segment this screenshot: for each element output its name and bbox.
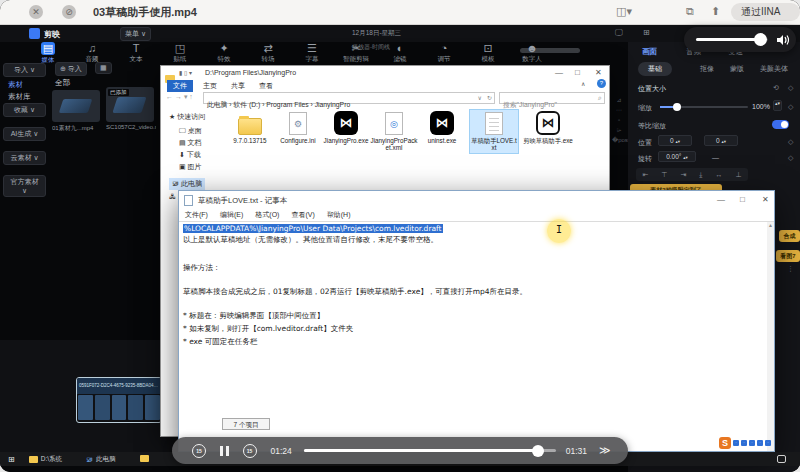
keyframe-icon[interactable]: ◇ (788, 103, 793, 111)
scale-slider-knob[interactable] (673, 103, 681, 111)
search-icon[interactable]: ⌕ (598, 94, 602, 102)
taskbar-item-folder[interactable]: D:\系统 (29, 455, 62, 464)
rail-item-favorites[interactable]: 收藏 ∨ (3, 103, 46, 117)
ribbon-view-tab[interactable]: 查看 (259, 81, 273, 91)
rail-item-ai[interactable]: AI生成 ∨ (3, 127, 46, 141)
keyframe-icon[interactable]: ◇ (788, 84, 793, 92)
rail-import-button[interactable]: 导入 ∨ (3, 63, 46, 77)
timeline-clip[interactable]: 0591F072-D2C4-4675-9235-8BDA04… (76, 377, 162, 423)
breadcrumb[interactable]: 此电脑 › 软件 (D:) › Program Files › Jianying… (207, 101, 350, 108)
panel-tab-picture[interactable]: 画面 (642, 47, 657, 57)
tab-avatar[interactable]: ☻数字人 (510, 42, 554, 65)
media-filter-all[interactable]: 全部 (55, 78, 70, 88)
search-box[interactable]: 搜索"JianyingPro" ⌕ (499, 92, 605, 104)
skip-forward-15-icon[interactable]: 15 (243, 444, 257, 458)
media-view-toggle[interactable]: ▦ (95, 62, 112, 74)
sidebar-this-pc[interactable]: 🖳 此电脑 (169, 178, 205, 190)
video-frame[interactable]: 剪映 菜单 ∨ 12月18日-星期三 播放器-时间线 🖵 ⊞ ▤媒体 ♫音频 T… (0, 25, 800, 472)
address-bar[interactable]: 此电脑 › 软件 (D:) › Program Files › Jianying… (203, 92, 495, 104)
rail-item-cloud[interactable]: 云素材 ∨ (3, 151, 46, 165)
sidebar-desktop[interactable]: 🖵 桌面 (179, 126, 202, 136)
subtab-beauty[interactable]: 美颜美体 (760, 64, 788, 74)
position-x-input[interactable]: 0 ▴▾ (658, 135, 692, 146)
align-toolbar[interactable]: ⇤⊤⇥⤓↔⊥ (636, 168, 748, 181)
uniform-scale-toggle[interactable] (772, 120, 789, 129)
refresh-icon[interactable]: ↻ (487, 94, 492, 101)
keyframe-icon[interactable]: ◇ (788, 138, 793, 146)
more-dots-icon[interactable]: ⋮ (787, 265, 794, 273)
close-window-icon[interactable]: ✕ (29, 5, 43, 19)
tab-text[interactable]: T文本 (114, 42, 158, 65)
minimize-icon[interactable]: — (555, 68, 563, 77)
keyframe-icon[interactable]: ◇ (788, 154, 793, 162)
display-icon[interactable]: 🖵 (615, 28, 623, 38)
maximize-icon[interactable]: □ (740, 195, 745, 204)
share-icon[interactable]: ⬆ (711, 5, 720, 18)
file-jianyingpro-exe[interactable]: ⋈ JianyingPro.exe (321, 111, 371, 144)
start-button-icon[interactable]: ⊞ (8, 455, 15, 464)
scale-slider[interactable] (660, 106, 748, 108)
tab-transition[interactable]: ⇄转场 (246, 42, 290, 65)
new-window-icon[interactable]: ⧉ (686, 5, 694, 18)
tab-template[interactable]: ⊡模板 (466, 42, 510, 65)
media-clip-thumbnail[interactable]: 已添加 (106, 87, 154, 122)
skip-back-15-icon[interactable]: 15 (192, 444, 206, 458)
rail-item-official[interactable]: 官方素材 ∨ (3, 175, 46, 197)
file-version-folder[interactable]: 9.7.0.13715 (225, 114, 275, 144)
dropdown-icon[interactable]: ∨ (478, 94, 482, 101)
tab-sticker[interactable]: ◳贴纸 (158, 42, 202, 65)
ribbon-share-tab[interactable]: 共享 (231, 81, 245, 91)
seek-bar-knob[interactable] (532, 445, 544, 457)
sidebar-downloads[interactable]: ⬇ 下载 (179, 150, 201, 160)
close-icon[interactable]: ✕ (762, 195, 769, 204)
open-with-iina-button[interactable]: 通过IINA打开 (731, 3, 800, 21)
ribbon-home-tab[interactable]: 主页 (203, 81, 217, 91)
scrollbar[interactable]: ▲ (767, 222, 774, 451)
subtab-mask[interactable]: 蒙版 (730, 64, 744, 74)
taskbar-item-this-pc[interactable]: 🖳此电脑 (86, 455, 116, 464)
subtab-cutout[interactable]: 抠像 (700, 64, 714, 74)
tab-effects[interactable]: ✦特效 (202, 42, 246, 65)
scale-stepper[interactable]: ▴▾ (773, 100, 782, 111)
reset-icon[interactable]: ⟲ (773, 84, 779, 92)
editor-menu-button[interactable]: 菜单 ∨ (120, 27, 151, 41)
tab-adjust[interactable]: ◔调节 (422, 42, 466, 65)
volume-slider-knob[interactable] (754, 33, 767, 46)
tab-smartcut[interactable]: ✂智能剪辑 (334, 42, 378, 65)
pause-icon[interactable] (220, 446, 229, 456)
nav-arrows[interactable]: ← → ▾ ↑ (166, 93, 193, 101)
file-uninst-exe[interactable]: ⋈ uninst.exe (417, 111, 467, 144)
fast-forward-icon[interactable]: ≫ (599, 444, 611, 457)
notepad-menubar[interactable]: 文件(F) 编辑(E) 格式(O) 查看(V) 帮助(H) (185, 210, 350, 220)
minimize-window-icon[interactable]: ⊘ (62, 5, 76, 19)
rotate-input[interactable]: 0.00° ▴▾ (658, 151, 696, 162)
media-import-button[interactable]: ⊕ 导入 (55, 62, 87, 76)
media-clip-thumbnail[interactable] (52, 90, 100, 122)
file-packet-xml[interactable]: ◎ JianyingProPacket.xml (369, 112, 419, 151)
ribbon-file-tab[interactable]: 文件 (167, 80, 193, 92)
window-size-icon[interactable]: ◫▾ (616, 5, 632, 18)
seek-bar[interactable] (304, 449, 556, 452)
notepad-text-area[interactable]: %LOCALAPPDATA%\JianyingPro\User Data\Pro… (183, 224, 743, 347)
volume-slider[interactable] (696, 38, 768, 41)
action-center-icon[interactable] (777, 455, 786, 463)
sidebar-quick-access[interactable]: ★ 快速访问 (169, 112, 205, 122)
sidebar-documents[interactable]: ▤ 文档 (179, 138, 202, 148)
subtab-basic[interactable]: 基础 (638, 62, 672, 76)
ribbon-collapse-icon[interactable]: ∧ (581, 80, 585, 87)
sidebar-pictures[interactable]: ▣ 图片 (179, 162, 202, 172)
quick-access-toolbar[interactable]: ▮ ▯ ▾ (179, 69, 192, 76)
tab-filter[interactable]: ◐滤镜 (378, 42, 422, 65)
file-configure-ini[interactable]: ⚙ Configure.ini (273, 112, 323, 144)
file-draft-helper-exe[interactable]: ⋈ 剪映草稿助手.exe (523, 111, 573, 144)
taskbar-item-folder[interactable] (140, 455, 149, 463)
rail-item-material[interactable]: 素材 (8, 80, 23, 90)
file-draft-helper-txt-selected[interactable]: 草稿助手LOVE.txt (469, 109, 519, 154)
section-position-size[interactable]: 位置大小 (638, 84, 666, 94)
maximize-icon[interactable]: □ (575, 68, 580, 77)
tab-caption[interactable]: ☰字幕 (290, 42, 334, 65)
rail-item-library[interactable]: 素材库 (8, 92, 31, 102)
close-icon[interactable]: ✕ (595, 68, 602, 77)
export-grid-icon[interactable]: ⊞ (643, 28, 650, 37)
position-y-input[interactable]: 0 ▴▾ (704, 135, 738, 146)
